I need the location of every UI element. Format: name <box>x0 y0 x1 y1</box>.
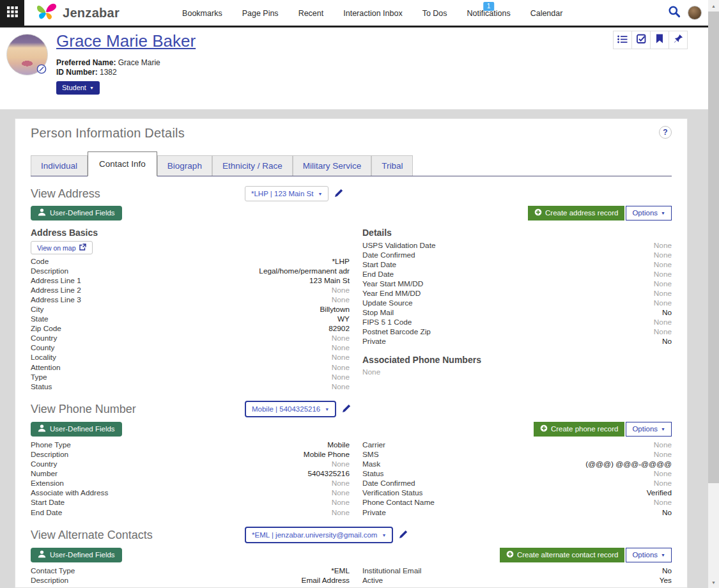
external-link-icon <box>79 244 86 252</box>
phone-user-defined-fields-button[interactable]: User-Defined Fields <box>31 422 122 437</box>
notification-badge: 1 <box>483 2 495 11</box>
field-row: Zip Code 82902 <box>31 324 350 334</box>
top-navbar: Jenzabar Bookmarks Page Pins Recent Inte… <box>0 0 708 27</box>
edit-address-selector-button[interactable] <box>334 189 343 199</box>
student-role-button[interactable]: Student▼ <box>56 81 100 95</box>
field-row: Address Line 2 None <box>31 285 350 295</box>
field-row: Verification Status Verified <box>362 488 672 498</box>
user-avatar[interactable] <box>688 6 702 20</box>
edit-phone-selector-button[interactable] <box>342 404 351 415</box>
field-row: Code *LHP <box>31 256 350 266</box>
edit-photo-icon[interactable] <box>36 64 47 74</box>
page-title: Person Information Details <box>31 126 185 141</box>
phone-options-button[interactable]: Options▼ <box>626 422 672 437</box>
bookmark-button[interactable] <box>650 31 669 49</box>
field-row: Attention None <box>31 362 350 372</box>
brand-logo[interactable]: Jenzabar <box>35 0 120 26</box>
plus-circle-icon <box>540 424 548 433</box>
tab-bar: IndividualContact InfoBiographEthnicity … <box>31 151 672 176</box>
phone-section-header: View Phone Number Mobile | 5404325216▼ <box>31 401 672 417</box>
pencil-icon <box>399 531 408 541</box>
nav-item[interactable]: Interaction Inbox <box>343 0 402 26</box>
nav-item[interactable]: Page Pins <box>242 0 279 26</box>
edit-alt-contact-selector-button[interactable] <box>399 530 408 541</box>
plus-circle-icon <box>534 208 542 217</box>
field-row: Status None <box>362 469 672 479</box>
help-icon[interactable]: ? <box>659 126 672 139</box>
tab[interactable]: Biograph <box>157 155 212 176</box>
field-row: Carrier None <box>362 440 672 449</box>
field-row: Active Yes <box>362 575 672 585</box>
nav-item[interactable]: To Dos <box>422 0 447 26</box>
field-row: Contact Type *EML <box>31 566 350 575</box>
quick-action-buttons <box>614 31 688 49</box>
field-row: Start Date None <box>362 259 672 269</box>
address-details-fields: USPS Validation Date None Date Confirmed… <box>362 240 672 346</box>
alt-options-button[interactable]: Options▼ <box>626 548 672 562</box>
view-on-map-button[interactable]: View on map <box>31 241 93 254</box>
address-basics-fields: Code *LHP Description Legal/home/permane… <box>31 256 350 391</box>
nav-item[interactable]: Recent <box>298 0 324 26</box>
address-selector-dropdown[interactable]: *LHP | 123 Main St▼ <box>245 186 329 201</box>
associated-phone-numbers-value: None <box>362 368 672 376</box>
apps-grid-icon <box>7 6 18 20</box>
tab[interactable]: Contact Info <box>88 151 157 176</box>
field-row: City Billytown <box>31 304 350 314</box>
plus-circle-icon <box>506 550 514 559</box>
bookmark-icon <box>656 34 663 46</box>
tab[interactable]: Ethnicity / Race <box>212 155 293 176</box>
associated-phone-numbers-title: Associated Phone Numbers <box>362 355 672 365</box>
field-row: Country None <box>31 460 350 469</box>
tab[interactable]: Military Service <box>293 155 372 176</box>
alt-right-fields: Institutional Email No Active Yes Verifi… <box>362 566 672 588</box>
nav-item[interactable]: Calendar <box>530 0 563 26</box>
field-row: Date Confirmed None <box>362 250 672 259</box>
scroll-down-arrow[interactable]: ▼ <box>708 577 719 587</box>
scrollbar-thumb[interactable] <box>708 12 719 483</box>
field-row: Verification Status Verified <box>362 585 672 588</box>
phone-section-title: View Phone Number <box>31 403 245 416</box>
scroll-up-arrow[interactable]: ▲ <box>708 1 719 11</box>
search-icon[interactable] <box>668 5 681 20</box>
field-row: Type None <box>31 372 350 382</box>
nav-item[interactable]: Bookmarks <box>182 0 222 26</box>
alt-contact-selector-dropdown[interactable]: *EML | jenzabar.university@gmail.com▼ <box>245 527 393 543</box>
create-phone-record-button[interactable]: Create phone record <box>534 422 624 437</box>
phone-right-fields: Carrier None SMS None Mask (@@@) @@@-@@@… <box>362 440 672 517</box>
alt-user-defined-fields-button[interactable]: User-Defined Fields <box>31 548 122 562</box>
field-row: Country None <box>31 334 350 343</box>
field-row: County None <box>31 343 350 353</box>
nav-item[interactable]: 1 Notifications <box>467 0 511 26</box>
field-row: Mask (@@@) @@@-@@@@ <box>362 460 672 469</box>
person-information-panel: Person Information Details ? IndividualC… <box>15 118 688 588</box>
apps-menu-button[interactable] <box>0 0 24 26</box>
field-row: State WY <box>31 314 350 324</box>
person-icon <box>38 550 46 559</box>
preferred-name-value: Grace Marie <box>118 58 160 67</box>
person-icon <box>38 208 46 217</box>
nav-item-label: Interaction Inbox <box>343 9 402 18</box>
tab[interactable]: Individual <box>31 155 88 176</box>
phone-toolbar: User-Defined Fields Create phone record … <box>31 422 672 437</box>
create-alternate-contact-record-button[interactable]: Create alternate contact record <box>500 548 625 562</box>
alt-contacts-section-header: View Alternate Contacts *EML | jenzabar.… <box>31 527 672 543</box>
field-row: Year Start MM/DD None <box>362 279 672 288</box>
chevron-down-icon: ▼ <box>661 427 665 431</box>
address-details-title: Details <box>362 228 672 238</box>
tab[interactable]: Tribal <box>371 155 413 176</box>
phone-selector-dropdown[interactable]: Mobile | 5404325216▼ <box>245 401 336 417</box>
address-user-defined-fields-button[interactable]: User-Defined Fields <box>31 206 122 220</box>
nav-item-label: Page Pins <box>242 9 279 18</box>
activity-list-button[interactable] <box>613 31 632 49</box>
person-name-link[interactable]: Grace Marie Baker <box>56 31 196 51</box>
butterfly-logo-icon <box>35 2 58 24</box>
address-options-button[interactable]: Options▼ <box>626 206 672 220</box>
field-row: Status None <box>31 382 350 391</box>
field-row: Start Date None <box>31 498 350 507</box>
tasks-button[interactable] <box>631 31 651 49</box>
create-address-record-button[interactable]: Create address record <box>528 206 624 220</box>
field-row: Contact Address jenzabar.university@gmai… <box>31 585 350 588</box>
pin-page-button[interactable] <box>669 31 688 49</box>
field-row: USPS Validation Date None <box>362 240 672 250</box>
list-icon <box>617 35 628 46</box>
